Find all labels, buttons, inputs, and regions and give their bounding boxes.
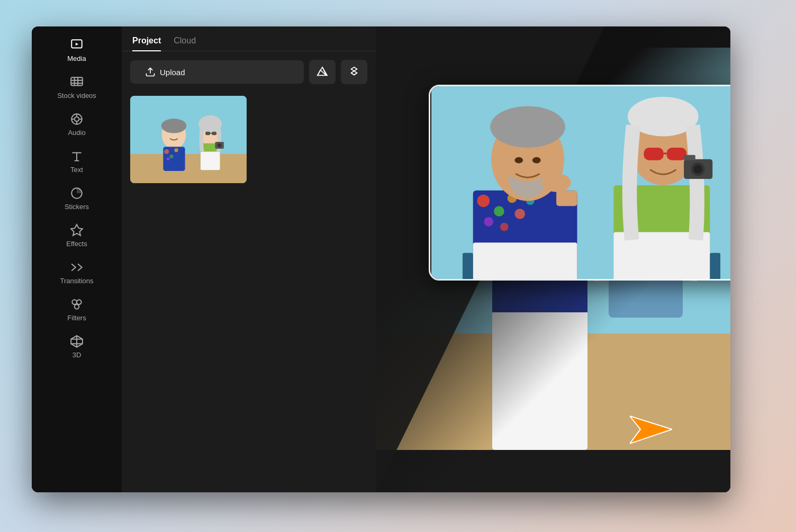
photo-collage <box>376 26 730 492</box>
google-drive-button[interactable] <box>309 60 336 84</box>
featured-photo-img <box>430 86 730 279</box>
sidebar-item-effects[interactable]: Effects <box>32 217 122 254</box>
upload-icon <box>145 67 156 77</box>
left-panel: Project Cloud Upload <box>122 26 376 492</box>
player-area: Player <box>376 26 730 492</box>
svg-point-28 <box>169 155 173 158</box>
svg-marker-17 <box>71 224 83 236</box>
svg-rect-75 <box>556 191 577 206</box>
svg-point-63 <box>477 195 490 208</box>
media-thumbnail-1[interactable] <box>130 96 247 183</box>
svg-rect-82 <box>667 148 686 160</box>
svg-rect-81 <box>644 148 663 160</box>
tab-project[interactable]: Project <box>132 36 161 51</box>
svg-point-73 <box>514 157 523 164</box>
svg-point-64 <box>494 206 504 217</box>
svg-point-18 <box>72 300 77 304</box>
svg-rect-23 <box>130 96 247 154</box>
svg-point-31 <box>161 119 187 133</box>
cursor-arrow-icon <box>630 411 672 448</box>
svg-rect-70 <box>473 242 577 279</box>
svg-point-67 <box>514 209 525 219</box>
sidebar-label-stock-videos: Stock videos <box>57 92 96 100</box>
svg-rect-2 <box>71 77 83 85</box>
svg-marker-1 <box>76 43 78 46</box>
sidebar-label-transitions: Transitions <box>60 277 93 285</box>
content-area: Project Cloud Upload <box>122 26 730 492</box>
svg-point-72 <box>490 106 565 148</box>
sidebar-item-filters[interactable]: Filters <box>32 291 122 328</box>
sidebar-item-text[interactable]: Text <box>32 143 122 180</box>
svg-point-66 <box>484 217 493 227</box>
sidebar-label-effects: Effects <box>66 240 87 248</box>
svg-point-29 <box>174 148 178 152</box>
svg-point-30 <box>167 157 170 160</box>
svg-rect-24 <box>130 154 247 183</box>
svg-point-89 <box>542 173 571 192</box>
sidebar: Media Stock videos Audio <box>32 26 122 492</box>
sidebar-label-media: Media <box>67 55 86 62</box>
svg-point-19 <box>77 300 82 304</box>
featured-photo[interactable] <box>429 85 730 281</box>
tab-cloud[interactable]: Cloud <box>174 36 196 51</box>
dropbox-icon <box>348 66 360 78</box>
svg-rect-76 <box>463 253 473 279</box>
sidebar-label-3d: 3D <box>73 351 82 359</box>
svg-point-40 <box>218 143 221 147</box>
upload-button[interactable]: Upload <box>130 60 304 84</box>
sidebar-item-3d[interactable]: 3D <box>32 328 122 365</box>
tab-bar: Project Cloud <box>122 26 376 51</box>
sidebar-item-audio[interactable]: Audio <box>32 106 122 143</box>
svg-point-86 <box>694 165 702 174</box>
sidebar-label-filters: Filters <box>67 314 86 322</box>
app-window: Media Stock videos Audio <box>32 26 730 492</box>
google-drive-icon <box>316 66 328 78</box>
svg-point-20 <box>75 304 79 309</box>
svg-marker-90 <box>630 416 672 444</box>
svg-rect-36 <box>205 132 210 135</box>
upload-label: Upload <box>160 68 185 77</box>
svg-point-27 <box>164 149 169 154</box>
dropbox-button[interactable] <box>341 60 367 84</box>
svg-point-8 <box>75 117 79 122</box>
sidebar-item-stock-videos[interactable]: Stock videos <box>32 69 122 106</box>
cursor-arrow <box>630 411 672 450</box>
sidebar-item-stickers[interactable]: Stickers <box>32 180 122 217</box>
svg-point-74 <box>532 157 541 164</box>
sidebar-label-audio: Audio <box>68 129 85 137</box>
svg-point-69 <box>500 223 509 231</box>
sidebar-item-transitions[interactable]: Transitions <box>32 254 122 291</box>
svg-rect-87 <box>684 155 695 160</box>
media-thumb-img-1 <box>130 96 247 183</box>
svg-rect-37 <box>212 132 216 135</box>
sidebar-label-stickers: Stickers <box>65 203 89 211</box>
svg-rect-88 <box>710 253 720 279</box>
media-grid <box>122 91 376 188</box>
sidebar-label-text: Text <box>70 166 83 174</box>
main-content: Project Cloud Upload <box>122 26 730 492</box>
sidebar-item-media[interactable]: Media <box>32 32 122 69</box>
upload-area: Upload <box>122 51 376 91</box>
svg-rect-34 <box>201 151 220 170</box>
